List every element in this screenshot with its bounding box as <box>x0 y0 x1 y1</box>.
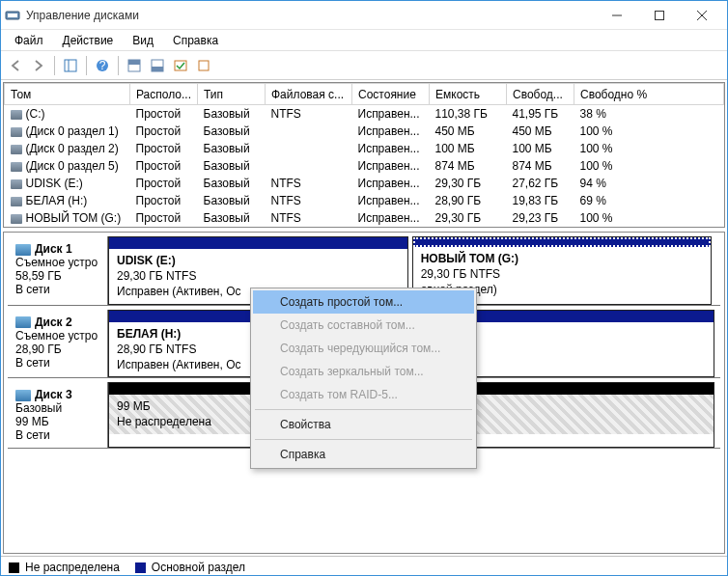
window-title: Управление дисками <box>26 9 596 22</box>
volume-icon <box>11 197 22 206</box>
legend-unallocated: Не распределена <box>9 561 120 574</box>
disk-label[interactable]: Диск 3Базовый99 МБВ сети <box>8 382 108 448</box>
menu-help[interactable]: Справка <box>253 443 474 466</box>
maximize-button[interactable] <box>638 2 681 29</box>
partition-header <box>413 237 712 247</box>
forward-button[interactable] <box>28 55 49 76</box>
svg-rect-15 <box>199 61 209 70</box>
volume-icon <box>11 162 22 172</box>
svg-rect-6 <box>65 60 76 71</box>
partition-header <box>109 237 407 249</box>
disk-label[interactable]: Диск 1Съемное устро58,59 ГБВ сети <box>8 236 108 305</box>
view-bottom-button[interactable] <box>147 55 168 76</box>
svg-rect-3 <box>656 11 664 19</box>
menu-view[interactable]: Вид <box>123 32 163 49</box>
svg-text:?: ? <box>99 59 106 72</box>
context-menu: Создать простой том... Создать составной… <box>250 288 477 469</box>
toolbar-separator <box>86 56 87 75</box>
disk-icon <box>15 244 31 256</box>
show-hide-console-button[interactable] <box>60 55 81 76</box>
menu-separator <box>255 409 472 410</box>
svg-rect-11 <box>128 60 140 65</box>
back-button[interactable] <box>5 55 26 76</box>
menu-help[interactable]: Справка <box>163 32 228 49</box>
menu-properties[interactable]: Свойства <box>253 413 474 436</box>
table-row[interactable]: (Диск 0 раздел 2)ПростойБазовыйИсправен.… <box>5 140 724 157</box>
table-row[interactable]: НОВЫЙ ТОМ (G:)ПростойБазовыйNTFSИсправен… <box>5 209 724 227</box>
menu-file[interactable]: Файл <box>5 32 53 49</box>
table-row[interactable]: UDISK (E:)ПростойБазовыйNTFSИсправен...2… <box>5 175 724 192</box>
app-icon <box>5 8 20 23</box>
table-row[interactable]: (C:)ПростойБазовыйNTFSИсправен...110,38 … <box>5 105 724 123</box>
col-fs[interactable]: Файловая с... <box>266 84 352 105</box>
volume-icon <box>11 110 22 120</box>
svg-rect-13 <box>152 67 163 71</box>
table-row[interactable]: (Диск 0 раздел 5)ПростойБазовыйИсправен.… <box>5 157 724 175</box>
disk-icon <box>15 316 31 328</box>
volume-icon <box>11 214 22 224</box>
col-volume[interactable]: Том <box>5 84 130 105</box>
menu-create-striped-volume: Создать чередующийся том... <box>253 337 474 360</box>
legend: Не распределена Основной раздел <box>1 556 727 576</box>
col-type[interactable]: Тип <box>198 84 266 105</box>
minimize-button[interactable] <box>596 2 638 29</box>
menu-create-mirrored-volume: Создать зеркальный том... <box>253 360 474 383</box>
table-row[interactable]: БЕЛАЯ (H:)ПростойБазовыйNTFSИсправен...2… <box>5 192 724 209</box>
close-button[interactable] <box>681 2 723 29</box>
col-status[interactable]: Состояние <box>352 84 430 105</box>
svg-rect-1 <box>8 14 17 17</box>
table-row[interactable]: (Диск 0 раздел 1)ПростойБазовыйИсправен.… <box>5 123 724 140</box>
menubar: Файл Действие Вид Справка <box>1 30 727 51</box>
menu-create-simple-volume[interactable]: Создать простой том... <box>253 290 474 314</box>
help-button[interactable]: ? <box>92 55 113 76</box>
settings-button[interactable] <box>170 55 191 76</box>
volume-list-pane: Том Располо... Тип Файловая с... Состоян… <box>3 82 725 228</box>
legend-primary: Основной раздел <box>135 561 245 574</box>
menu-create-spanned-volume: Создать составной том... <box>253 314 474 337</box>
col-layout[interactable]: Располо... <box>130 84 198 105</box>
col-capacity[interactable]: Емкость <box>430 84 507 105</box>
toolbar: ? <box>1 51 727 80</box>
col-free[interactable]: Свобод... <box>507 84 574 105</box>
volume-icon <box>11 145 22 154</box>
volume-icon <box>11 127 22 137</box>
disk-icon <box>15 390 31 401</box>
menu-separator <box>255 439 472 440</box>
menu-create-raid5-volume: Создать том RAID-5... <box>253 383 474 406</box>
toolbar-separator <box>118 56 119 75</box>
toolbar-separator <box>54 56 55 75</box>
disk-label[interactable]: Диск 2Съемное устро28,90 ГБВ сети <box>8 310 108 378</box>
view-top-button[interactable] <box>124 55 145 76</box>
titlebar: Управление дисками <box>1 1 727 30</box>
volume-table[interactable]: Том Располо... Тип Файловая с... Состоян… <box>4 83 724 227</box>
volume-icon <box>11 179 22 189</box>
menu-action[interactable]: Действие <box>53 32 124 49</box>
svg-rect-14 <box>175 61 186 70</box>
refresh-button[interactable] <box>193 55 214 76</box>
col-freepct[interactable]: Свободно % <box>574 84 724 105</box>
